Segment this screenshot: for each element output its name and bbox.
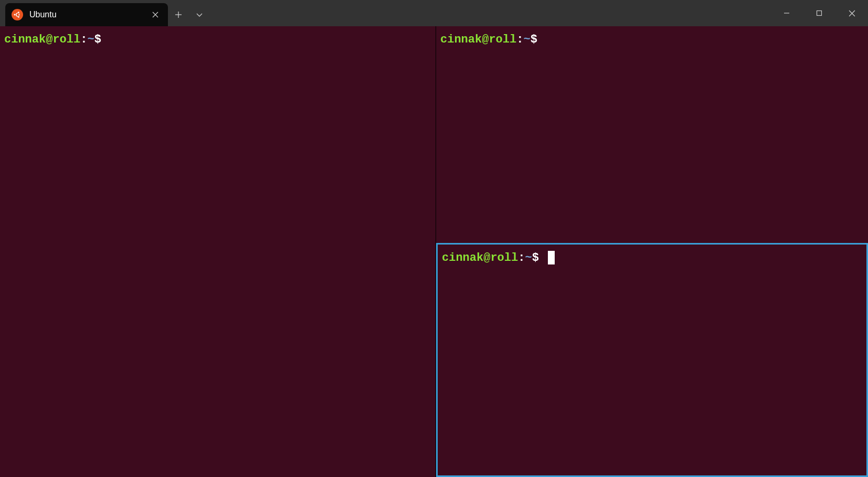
svg-rect-8 <box>817 11 822 16</box>
panes-container: cinnak@roll:~$ cinnak@roll:~$ cinnak@rol… <box>0 26 868 477</box>
titlebar-left: Ubuntu <box>0 0 210 26</box>
ubuntu-icon <box>12 9 23 20</box>
prompt-dollar: $ <box>531 33 537 46</box>
minimize-button[interactable] <box>770 0 803 26</box>
tab-close-button[interactable] <box>150 9 161 20</box>
terminal-pane-top-right[interactable]: cinnak@roll:~$ <box>436 26 868 243</box>
terminal-content-top-right: cinnak@roll:~$ <box>436 26 868 54</box>
svg-point-1 <box>18 12 19 13</box>
prompt-path: ~ <box>87 33 94 46</box>
window-controls <box>770 0 868 26</box>
tab-ubuntu[interactable]: Ubuntu <box>5 3 168 26</box>
tab-title: Ubuntu <box>29 10 57 19</box>
prompt-user-host: cinnak@roll <box>440 33 516 46</box>
prompt-colon: : <box>518 251 525 264</box>
prompt-path: ~ <box>525 251 532 264</box>
prompt-colon: : <box>80 33 87 46</box>
maximize-button[interactable] <box>803 0 835 26</box>
prompt-dollar: $ <box>94 33 101 46</box>
cursor-block-icon <box>548 251 555 264</box>
prompt-path: ~ <box>523 33 530 46</box>
prompt-colon: : <box>516 33 523 46</box>
new-tab-button[interactable] <box>168 3 189 26</box>
prompt-user-host: cinnak@roll <box>442 251 518 264</box>
prompt-user-host: cinnak@roll <box>4 33 80 46</box>
terminal-pane-left[interactable]: cinnak@roll:~$ <box>0 26 436 477</box>
tab-dropdown-button[interactable] <box>189 3 210 26</box>
titlebar[interactable]: Ubuntu <box>0 0 868 26</box>
prompt-dollar: $ <box>532 251 539 264</box>
svg-point-0 <box>14 14 16 16</box>
svg-point-2 <box>18 16 19 18</box>
terminal-content-left: cinnak@roll:~$ <box>0 26 436 54</box>
tab-inner: Ubuntu <box>12 9 57 20</box>
right-panes-container: cinnak@roll:~$ cinnak@roll:~$ <box>436 26 868 477</box>
terminal-pane-bottom-right-focused[interactable]: cinnak@roll:~$ <box>436 243 868 477</box>
close-window-button[interactable] <box>835 0 868 26</box>
terminal-content-bottom-right: cinnak@roll:~$ <box>438 245 866 272</box>
